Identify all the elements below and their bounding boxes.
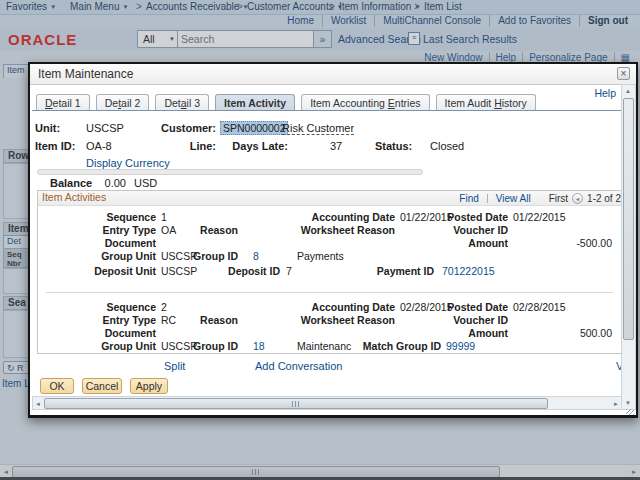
modal-help-link[interactable]: Help [594, 87, 616, 99]
cancel-button[interactable]: Cancel [82, 378, 122, 394]
activity-category: Payments [297, 250, 344, 262]
item-maintenance-modal: Item Maintenance × Help Detail 1 Detail … [28, 62, 638, 418]
view-all-link[interactable]: View All [496, 192, 531, 205]
entry-type-value: RC [161, 314, 176, 326]
status-value: Closed [430, 140, 464, 152]
tab-detail-3[interactable]: Detail 3 [155, 94, 209, 110]
tab-underline [32, 110, 624, 111]
group-unit-value: USCSP [161, 250, 197, 262]
tab-detail-1[interactable]: Detail 1 [36, 94, 90, 110]
scroll-up-icon[interactable]: ▲ [623, 86, 633, 96]
modal-title: Item Maintenance [38, 67, 133, 81]
item-activities-header: Item Activities Find View All First ◄ 1-… [38, 191, 623, 206]
worksheet-reason-label: Worksheet Reason [276, 314, 395, 326]
group-id-link[interactable]: 18 [253, 340, 265, 352]
unit-label: Unit: [35, 122, 60, 134]
section-divider [37, 169, 423, 175]
tab-label: istory [502, 97, 527, 109]
tab-label: ail 2 [121, 97, 140, 109]
apply-button[interactable]: Apply [130, 378, 168, 394]
tab-strip: Detail 1 Detail 2 Detail 3 Item Activity… [36, 94, 539, 110]
posted-date-value: 02/28/2015 [513, 301, 566, 313]
split-link[interactable]: Split [164, 360, 185, 372]
scroll-right-icon[interactable]: ► [611, 399, 621, 409]
ok-button[interactable]: OK [40, 378, 74, 394]
posted-date-label: Posted Date [416, 211, 508, 223]
sequence-value: 1 [161, 211, 167, 223]
tab-item-accounting-entries[interactable]: Item Accounting Entries [301, 94, 429, 110]
amount-value: 500.00 [508, 327, 612, 339]
customer-label: Customer: [150, 122, 216, 134]
tab-accesskey: H [494, 97, 502, 109]
tab-accesskey: E [388, 97, 395, 109]
payment-id-link[interactable]: 701222015 [442, 265, 495, 277]
group-id-label: Group ID [193, 250, 238, 262]
item-id-value: OA-8 [86, 140, 112, 152]
modal-horizontal-scrollbar[interactable]: ◄ ► [32, 396, 622, 410]
item-id-label: Item ID: [35, 140, 75, 152]
add-conversation-link[interactable]: Add Conversation [255, 360, 342, 372]
currency-code: USD [134, 177, 157, 189]
row-range-label: 1-2 of 2 [587, 192, 621, 205]
item-activities-title: Item Activities [42, 191, 106, 204]
days-late-label: Days Late: [226, 140, 288, 152]
worksheet-reason-label: Worksheet Reason [276, 224, 395, 236]
deposit-id-value: 7 [286, 265, 292, 277]
group-unit-label: Group Unit [66, 250, 156, 262]
tab-label: De [105, 97, 118, 109]
amount-label: Amount [416, 327, 508, 339]
voucher-id-label: Voucher ID [416, 224, 508, 236]
modal-scrollbar-thumb[interactable] [44, 398, 548, 409]
customer-id-field[interactable]: SPN0000002 [220, 121, 288, 135]
accounting-date-label: Accounting Date [276, 301, 395, 313]
scroll-left-icon[interactable]: ◄ [33, 399, 43, 409]
payment-id-label: Payment ID [344, 265, 434, 277]
item-activities-box: Item Activities Find View All First ◄ 1-… [37, 190, 624, 354]
tab-detail-2[interactable]: Detail 2 [96, 94, 150, 110]
resize-grip[interactable] [626, 409, 634, 415]
deposit-id-label: Deposit ID [196, 265, 280, 277]
entry-type-value: OA [161, 224, 176, 236]
group-unit-label: Group Unit [66, 340, 156, 352]
line-label: Line: [186, 140, 216, 152]
accounting-date-label: Accounting Date [276, 211, 395, 223]
tab-label: Item Audit [445, 97, 495, 109]
previous-row-icon[interactable]: ◄ [572, 193, 583, 204]
group-id-link[interactable]: 8 [253, 250, 259, 262]
tab-accesskey: D [45, 97, 53, 109]
entry-type-label: Entry Type [66, 314, 156, 326]
display-currency-link[interactable]: Display Currency [86, 157, 170, 169]
modal-vscrollbar-thumb[interactable] [623, 98, 634, 340]
customer-name-popup-link[interactable]: Risk Customer [282, 122, 354, 135]
close-icon: × [621, 68, 627, 79]
match-group-id-label: Match Group ID [351, 340, 441, 352]
modal-vertical-scrollbar[interactable]: ▲ ▼ [621, 84, 636, 410]
tab-label: etail 1 [53, 97, 81, 109]
deposit-unit-label: Deposit Unit [66, 265, 156, 277]
nav-divider [487, 194, 488, 203]
scroll-down-icon[interactable]: ▼ [623, 398, 633, 408]
posted-date-label: Posted Date [416, 301, 508, 313]
sequence-label: Sequence [66, 301, 156, 313]
balance-value: 0.00 [80, 177, 126, 189]
activity-separator [46, 292, 613, 293]
tab-label: Item Activity [224, 97, 286, 109]
reason-label: Reason [193, 314, 238, 326]
tab-label: il 3 [187, 97, 200, 109]
first-label: First [549, 192, 568, 205]
sequence-value: 2 [161, 301, 167, 313]
screen: Favorites▼ Main Menu▼ > Accounts Receiva… [0, 0, 640, 480]
match-group-id-link[interactable]: 99999 [446, 340, 475, 352]
tab-item-audit-history[interactable]: Item Audit History [436, 94, 536, 110]
amount-label: Amount [416, 237, 508, 249]
find-link[interactable]: Find [459, 192, 478, 205]
amount-value: -500.00 [508, 237, 612, 249]
unit-value: USCSP [86, 122, 124, 134]
tab-item-activity[interactable]: Item Activity [215, 94, 295, 110]
document-label: Document [66, 237, 156, 249]
close-button[interactable]: × [617, 67, 630, 80]
group-id-label: Group ID [193, 340, 238, 352]
entry-type-label: Entry Type [66, 224, 156, 236]
tab-label: Det [164, 97, 180, 109]
status-label: Status: [375, 140, 412, 152]
